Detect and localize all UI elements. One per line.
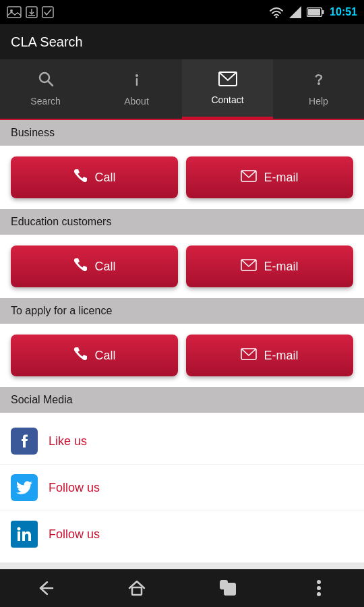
status-icons-right: 10:51 bbox=[269, 6, 357, 18]
tab-help-label: Help bbox=[309, 96, 328, 107]
twitter-logo bbox=[11, 474, 38, 501]
download-status-icon bbox=[26, 6, 38, 18]
linkedin-label: Follow us bbox=[49, 527, 100, 542]
facebook-label: Like us bbox=[49, 434, 87, 449]
education-email-label: E-mail bbox=[264, 260, 298, 274]
title-bar: CLA Search bbox=[0, 24, 364, 59]
home-button[interactable] bbox=[117, 575, 157, 602]
back-button[interactable] bbox=[26, 575, 66, 602]
social-media-header: Social Media bbox=[0, 387, 364, 413]
tab-about[interactable]: About bbox=[91, 59, 182, 119]
status-time: 10:51 bbox=[330, 6, 357, 18]
svg-rect-5 bbox=[42, 7, 53, 18]
business-email-label: E-mail bbox=[264, 171, 298, 185]
question-icon bbox=[310, 70, 328, 92]
status-icons-left bbox=[7, 6, 54, 18]
linkedin-item[interactable]: Follow us bbox=[0, 511, 364, 557]
image-status-icon bbox=[7, 6, 22, 18]
education-email-button[interactable]: E-mail bbox=[186, 245, 353, 287]
business-section-header: Business bbox=[0, 120, 364, 146]
svg-rect-20 bbox=[18, 531, 20, 541]
tab-search-label: Search bbox=[30, 96, 60, 107]
facebook-item[interactable]: Like us bbox=[0, 418, 364, 465]
tab-contact-label: Contact bbox=[211, 94, 243, 105]
licence-call-label: Call bbox=[94, 349, 115, 363]
phone-icon-education bbox=[73, 258, 88, 276]
svg-point-13 bbox=[135, 74, 138, 77]
svg-rect-9 bbox=[322, 10, 324, 14]
phone-icon-licence bbox=[73, 347, 88, 365]
svg-marker-7 bbox=[289, 6, 301, 18]
tab-about-label: About bbox=[124, 96, 149, 107]
svg-point-26 bbox=[317, 580, 321, 584]
svg-line-12 bbox=[48, 81, 53, 86]
education-call-label: Call bbox=[94, 260, 115, 274]
licence-section-content: Call E-mail bbox=[0, 324, 364, 387]
envelope-icon bbox=[218, 71, 237, 90]
email-icon-business bbox=[241, 170, 257, 185]
status-bar: 10:51 bbox=[0, 0, 364, 24]
licence-call-button[interactable]: Call bbox=[11, 335, 178, 376]
svg-rect-10 bbox=[308, 9, 320, 16]
navigation-bar bbox=[0, 569, 364, 607]
education-section-header: Education customers bbox=[0, 209, 364, 235]
svg-point-28 bbox=[317, 592, 321, 596]
email-icon-licence bbox=[241, 348, 257, 364]
business-email-button[interactable]: E-mail bbox=[186, 156, 353, 198]
svg-point-27 bbox=[317, 586, 321, 590]
svg-rect-23 bbox=[132, 587, 142, 595]
facebook-logo bbox=[11, 428, 38, 455]
twitter-item[interactable]: Follow us bbox=[0, 465, 364, 511]
social-media-content: Like us Follow us Follow us bbox=[0, 413, 364, 562]
licence-email-label: E-mail bbox=[264, 349, 298, 363]
business-section-content: Call E-mail bbox=[0, 146, 364, 209]
licence-section-header: To apply for a licence bbox=[0, 298, 364, 324]
wifi-icon bbox=[269, 6, 284, 18]
phone-icon-business bbox=[73, 169, 88, 187]
content-area: Business Call E-mail Education customers bbox=[0, 120, 364, 569]
business-call-button[interactable]: Call bbox=[11, 156, 178, 198]
svg-point-21 bbox=[18, 527, 21, 531]
signal-icon bbox=[289, 6, 301, 18]
education-section-content: Call E-mail bbox=[0, 235, 364, 298]
business-call-label: Call bbox=[94, 171, 115, 185]
check-status-icon bbox=[42, 6, 54, 18]
tab-search[interactable]: Search bbox=[0, 59, 91, 119]
svg-point-6 bbox=[276, 16, 278, 18]
twitter-label: Follow us bbox=[49, 481, 100, 495]
svg-rect-0 bbox=[7, 7, 21, 18]
tab-help[interactable]: Help bbox=[273, 59, 364, 119]
svg-rect-25 bbox=[224, 583, 235, 595]
app-title: CLA Search bbox=[11, 34, 83, 50]
info-icon bbox=[128, 70, 146, 92]
email-icon-education bbox=[241, 259, 257, 274]
svg-point-16 bbox=[317, 82, 320, 85]
battery-icon bbox=[307, 7, 324, 17]
search-icon bbox=[37, 70, 55, 92]
education-call-button[interactable]: Call bbox=[11, 245, 178, 287]
more-options-button[interactable] bbox=[299, 575, 339, 602]
tab-bar: Search About Contact Help bbox=[0, 59, 364, 120]
licence-email-button[interactable]: E-mail bbox=[186, 335, 353, 376]
recents-button[interactable] bbox=[208, 575, 248, 602]
tab-contact[interactable]: Contact bbox=[182, 59, 273, 119]
linkedin-logo bbox=[11, 521, 38, 548]
